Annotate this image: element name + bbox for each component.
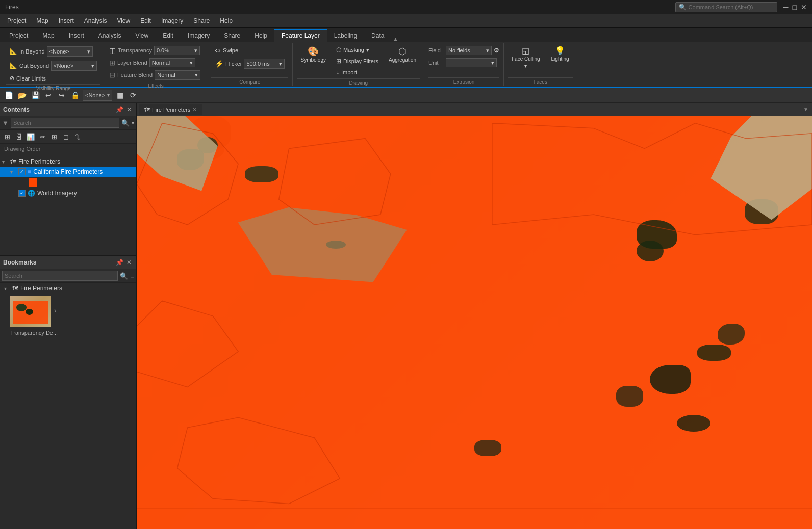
command-search-box[interactable]: 🔍 — [675, 2, 777, 12]
map-tabs-collapse[interactable]: ▼ — [802, 107, 810, 112]
face-culling-button[interactable]: ◱ Face Culling ▾ — [508, 45, 544, 71]
open-button[interactable]: 📂 — [16, 90, 28, 101]
tab-map[interactable]: Map — [35, 29, 61, 42]
swipe-button[interactable]: ⇔ Swipe — [211, 45, 242, 56]
tree-item-fire-perimeters-map[interactable]: ▾ 🗺 Fire Perimeters — [0, 156, 136, 167]
import-button[interactable]: ↓ Import — [333, 67, 382, 77]
close-button[interactable]: ✕ — [801, 3, 807, 11]
menu-analysis[interactable]: Analysis — [79, 15, 112, 27]
bookmark-transparency-demo[interactable]: › — [0, 294, 136, 329]
out-beyond-dropdown[interactable]: <None> ▾ — [51, 61, 97, 71]
main-layout: Contents 📌 ✕ ▼ 🔍 ▾ ⊞ 🗄 📊 ✏ ⊞ ◻ ⇅ — [0, 103, 812, 529]
tab-view[interactable]: View — [128, 29, 156, 42]
move-button[interactable]: ⇅ — [72, 131, 83, 142]
unit-dropdown[interactable]: ▾ — [446, 58, 497, 67]
ribbon-collapse-arrow[interactable]: ▲ — [391, 36, 399, 42]
symbology-button[interactable]: 🎨 Symbology — [297, 45, 329, 65]
bookmarks-list-icon[interactable]: ≡ — [130, 272, 134, 280]
undo-button[interactable]: ↩ — [43, 90, 54, 101]
search-icon: 🔍 — [679, 4, 687, 11]
tab-imagery[interactable]: Imagery — [181, 29, 217, 42]
tab-share[interactable]: Share — [217, 29, 247, 42]
bookmarks-search-icon[interactable]: 🔍 — [120, 272, 128, 280]
tab-help[interactable]: Help — [247, 29, 274, 42]
tab-data[interactable]: Data — [364, 29, 391, 42]
ca-fire-checkbox[interactable]: ✓ — [18, 168, 26, 175]
field-dropdown[interactable]: No fields ▾ — [446, 46, 492, 55]
more-button[interactable]: ⟳ — [128, 90, 139, 101]
ribbon-tabs: Project Map Insert Analysis View Edit Im… — [0, 28, 812, 42]
bookmarks-expand-icon[interactable]: ▾ — [4, 286, 10, 292]
menu-imagery[interactable]: Imagery — [156, 15, 188, 27]
tab-analysis[interactable]: Analysis — [91, 29, 129, 42]
menu-view[interactable]: View — [112, 15, 135, 27]
flicker-button[interactable]: ⚡ Flicker 500.0 ms ▾ — [211, 57, 288, 70]
dark-patch-10 — [650, 365, 690, 394]
dropdown-arrow-button[interactable]: ▦ — [114, 90, 125, 101]
tab-project[interactable]: Project — [2, 29, 35, 42]
extrusion-group-label: Extrusion — [428, 77, 499, 85]
ca-expand-icon[interactable]: ▾ — [10, 169, 16, 175]
map-tab-label: Fire Perimeters — [152, 107, 190, 113]
fire-perimeters-map-label: Fire Perimeters — [18, 158, 60, 165]
fire-perimeters-tab[interactable]: 🗺 Fire Perimeters ✕ — [139, 104, 202, 115]
command-search-input[interactable] — [689, 4, 765, 10]
contents-close-button[interactable]: ✕ — [125, 105, 133, 114]
new-document-button[interactable]: 📄 — [3, 90, 14, 101]
map-canvas[interactable] — [137, 116, 812, 529]
layer-blend-row: ⊞ Layer Blend Normal ▾ — [109, 57, 195, 68]
out-beyond-button[interactable]: 📐 Out Beyond <None> ▾ — [6, 59, 100, 72]
aggregation-button[interactable]: ⬡ Aggregation — [385, 45, 420, 65]
reference-scale-button[interactable]: ◻ — [61, 131, 71, 142]
tab-feature-layer[interactable]: Feature Layer — [274, 29, 327, 42]
tree-item-california-fire-perimeters[interactable]: ▾ ✓ ■ California Fire Perimeters — [0, 167, 136, 177]
flicker-dropdown[interactable]: 500.0 ms ▾ — [244, 59, 285, 69]
contents-search-input[interactable] — [11, 118, 119, 128]
tab-labeling[interactable]: Labeling — [327, 29, 364, 42]
expand-icon[interactable]: ▾ — [2, 159, 8, 165]
save-button[interactable]: 💾 — [30, 90, 41, 101]
none-dropdown[interactable]: <None> ▾ — [83, 90, 112, 101]
lighting-button[interactable]: 💡 Lighting — [548, 45, 573, 64]
contents-dropdown-icon[interactable]: ▾ — [132, 120, 134, 126]
world-imagery-checkbox[interactable]: ✓ — [18, 190, 26, 197]
tab-insert[interactable]: Insert — [62, 29, 91, 42]
menu-share[interactable]: Share — [188, 15, 215, 27]
feature-blend-dropdown[interactable]: Normal ▾ — [155, 70, 200, 80]
contents-search-icon[interactable]: 🔍 — [121, 119, 130, 127]
maximize-button[interactable]: □ — [793, 3, 797, 11]
bookmark-thumbnail[interactable] — [10, 296, 51, 327]
clear-limits-button[interactable]: ⊘ Clear Limits — [6, 73, 49, 83]
bookmarks-panel-actions: 📌 ✕ — [115, 258, 133, 267]
transparency-dropdown[interactable]: 0.0% ▾ — [154, 46, 200, 55]
menu-edit[interactable]: Edit — [135, 15, 156, 27]
field-settings-icon[interactable]: ⚙ — [494, 47, 499, 54]
minimize-button[interactable]: ─ — [783, 3, 789, 11]
bookmark-expand-chevron[interactable]: › — [54, 306, 57, 314]
bookmarks-pin-button[interactable]: 📌 — [115, 258, 123, 267]
bookmarks-close-button[interactable]: ✕ — [125, 258, 133, 267]
list-view-button[interactable]: ⊞ — [2, 131, 12, 142]
tree-item-world-imagery[interactable]: ▶ ✓ 🌐 World Imagery — [0, 188, 136, 198]
menu-map[interactable]: Map — [31, 15, 53, 27]
database-view-button[interactable]: 🗄 — [14, 131, 24, 142]
tab-edit[interactable]: Edit — [156, 29, 181, 42]
bookmarks-search-input[interactable] — [2, 271, 118, 281]
add-group-button[interactable]: ⊞ — [49, 131, 59, 142]
contents-pin-button[interactable]: 📌 — [115, 105, 123, 114]
layer-blend-dropdown[interactable]: Normal ▾ — [149, 58, 195, 67]
menu-insert[interactable]: Insert — [54, 15, 79, 27]
in-beyond-dropdown[interactable]: <None> ▾ — [47, 46, 93, 57]
menu-project[interactable]: Project — [2, 15, 31, 27]
fire-color-swatch[interactable] — [29, 178, 37, 187]
map-tab-close[interactable]: ✕ — [192, 107, 197, 113]
chart-view-button[interactable]: 📊 — [26, 131, 36, 142]
masking-button[interactable]: ⬡ Masking ▾ — [333, 45, 382, 55]
lock-button[interactable]: 🔒 — [69, 90, 81, 101]
menu-help[interactable]: Help — [215, 15, 238, 27]
filter-button[interactable]: ✏ — [37, 131, 47, 142]
in-beyond-button[interactable]: 📐 In Beyond <None> ▾ — [6, 45, 96, 58]
bookmarks-group-fire-perimeters[interactable]: ▾ 🗺 Fire Perimeters — [0, 283, 136, 294]
redo-button[interactable]: ↪ — [56, 90, 67, 101]
display-filters-button[interactable]: ⊞ Display Filters — [333, 56, 382, 66]
